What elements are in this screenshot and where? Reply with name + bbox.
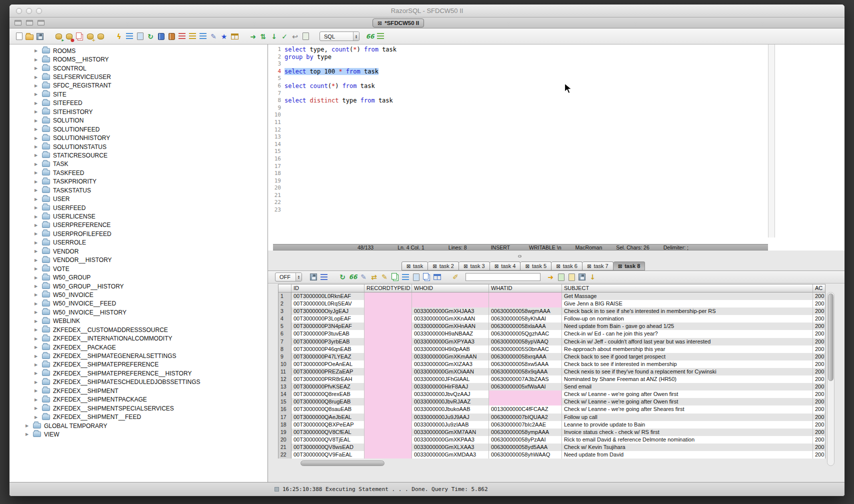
column-header-rownum[interactable] (278, 284, 292, 292)
disclosure-triangle-icon[interactable]: ▶ (34, 232, 39, 236)
column-header-WHATID[interactable]: WHATID (489, 284, 562, 292)
cell-activitydate[interactable]: 200 (813, 315, 826, 322)
sidebar-item-solutionhistory[interactable]: ▶SOLUTIONHISTORY (10, 134, 268, 142)
disclosure-triangle-icon[interactable]: ▶ (34, 398, 39, 402)
cell-subject[interactable]: Follow-up on nomination (562, 315, 813, 322)
disclosure-triangle-icon[interactable]: ▶ (34, 302, 39, 306)
cell-activitydate[interactable]: 200 (813, 338, 826, 346)
sidebar-item-staticresource[interactable]: ▶STATICRESOURCE (10, 151, 268, 160)
cell-whatid[interactable]: 00630000005S0bnAAC (489, 346, 562, 353)
update-row-icon[interactable]: ✎ (380, 272, 389, 282)
sidebar-item-vote[interactable]: ▶VOTE (10, 264, 268, 273)
sidebar-item-vendor-history[interactable]: ▶VENDOR__HISTORY (10, 256, 268, 264)
disclosure-triangle-icon[interactable]: ▶ (34, 214, 39, 219)
sidebar-item-selfserviceuser[interactable]: ▶SELFSERVICEUSER (10, 72, 268, 81)
rollback-undo-icon[interactable]: ↩ (290, 32, 300, 41)
sql-code[interactable]: select type, count(*) from taskgroup by … (281, 44, 396, 240)
close-tab-icon[interactable]: ⊠ (618, 264, 622, 269)
cell-whatid[interactable]: 006300000058xlaAAA (489, 322, 562, 330)
convert-quotes-icon[interactable]: 66 (366, 32, 374, 41)
fetch-more-icon[interactable]: ↓ (588, 272, 597, 282)
sidebar-item-zkfedex-package[interactable]: ▶ZKFEDEX__PACKAGE (10, 343, 268, 352)
cell-subject[interactable]: Check w/ Leanne - we're going after Owen… (562, 390, 813, 398)
cell-recordtypeid[interactable] (364, 406, 412, 413)
cell-whoid[interactable]: 0033000000GmXHJAA3 (412, 308, 489, 315)
sidebar-item-userrole[interactable]: ▶USERROLE (10, 238, 268, 247)
table-row[interactable]: 600T3000000P3tuvEAB0033000000H9aNBAAZ006… (278, 330, 825, 338)
cell-subject[interactable]: Check-in w/ Ed - can he join this year? (562, 330, 813, 338)
row-number[interactable]: 22 (278, 451, 292, 458)
disclosure-triangle-icon[interactable]: ▶ (34, 223, 39, 228)
cell-activitydate[interactable]: 200 (813, 421, 826, 428)
sidebar-item-userprofilefeed[interactable]: ▶USERPROFILEFEED (10, 230, 268, 238)
cell-whatid[interactable]: 006300000058x9qAAA (489, 368, 562, 376)
disclosure-triangle-icon[interactable]: ▶ (34, 258, 39, 262)
scrollbar-thumb[interactable] (300, 460, 384, 466)
sidebar-item-zkfedex-shipmatepreference[interactable]: ▶ZKFEDEX__SHIPMATEPREFERENCE (10, 360, 268, 369)
favorites-star-icon[interactable]: ★ (220, 32, 228, 41)
results-tab-task-8[interactable]: ⊠task 8 (614, 262, 646, 270)
cell-subject[interactable]: Check back to see if interested in membe… (562, 360, 813, 368)
save-file-icon[interactable] (36, 32, 44, 41)
cell-whoid[interactable]: 0033000000JbvQzAAJ (412, 390, 489, 398)
sidebar-item-w50-group[interactable]: ▶W50_GROUP (10, 273, 268, 282)
disclosure-triangle-icon[interactable]: ▶ (34, 380, 39, 384)
insert-row-icon[interactable]: ⇄ (370, 272, 378, 282)
filter-sort-icon[interactable] (320, 272, 328, 282)
row-number[interactable]: 9 (278, 353, 292, 360)
disclosure-triangle-icon[interactable]: ▶ (34, 66, 39, 70)
cell-whatid[interactable]: 006300000058yKhAAI (489, 315, 562, 322)
results-tab-task-3[interactable]: ⊠task 3 (459, 262, 490, 270)
window-icon[interactable] (26, 20, 33, 26)
cell-whatid[interactable]: 006300000058xw5AAA (489, 360, 562, 368)
cell-subject[interactable]: Send email (562, 383, 813, 390)
table-row[interactable]: 700T3000000P3yrbEAB0033000000GmXPYAA3006… (278, 338, 825, 346)
cell-whoid[interactable]: 0033000000HirF8AAJ (412, 383, 489, 390)
disclosure-triangle-icon[interactable]: ▶ (34, 371, 39, 376)
disclosure-triangle-icon[interactable]: ▶ (34, 206, 39, 210)
cell-id[interactable]: 00T3000000P3tuvEAB (292, 330, 364, 338)
sidebar-item-userpreference[interactable]: ▶USERPREFERENCE (10, 221, 268, 230)
cell-recordtypeid[interactable] (364, 338, 412, 346)
row-number[interactable]: 21 (278, 444, 292, 451)
cell-recordtypeid[interactable] (364, 436, 412, 444)
cell-recordtypeid[interactable] (364, 383, 412, 390)
cell-activitydate[interactable]: 200 (813, 406, 826, 413)
cell-activitydate[interactable]: 200 (813, 376, 826, 383)
close-tab-icon[interactable]: ⊠ (494, 264, 498, 269)
table-row[interactable]: 1800T3000000QBXPeEAP0033000000Ju9zIAAB00… (278, 421, 825, 428)
sidebar-item-zkfedex-shipmentspecialservices[interactable]: ▶ZKFEDEX__SHIPMENTSPECIALSERVICES (10, 404, 268, 412)
sql-history-book-icon[interactable] (156, 32, 166, 41)
cell-activitydate[interactable]: 200 (813, 383, 826, 390)
cell-activitydate[interactable]: 200 (813, 308, 826, 315)
close-window-icon[interactable] (16, 8, 22, 14)
cell-id[interactable]: 00T3000000QV8wsEAD (292, 444, 364, 451)
disclosure-triangle-icon[interactable]: ▶ (34, 162, 39, 166)
cell-whoid[interactable]: 0033000000GmXKmAAN (412, 353, 489, 360)
title-bar[interactable]: RazorSQL - SFDCW50 II (10, 4, 844, 18)
disclosure-triangle-icon[interactable]: ▶ (34, 118, 39, 123)
cell-subject[interactable]: Follow up call (562, 414, 813, 421)
row-number[interactable]: 15 (278, 398, 292, 406)
cell-subject[interactable]: Re-approach about membership this year (562, 346, 813, 353)
sidebar-item-vendor[interactable]: ▶VENDOR (10, 247, 268, 256)
row-number[interactable]: 5 (278, 322, 292, 330)
sidebar-item-userlicense[interactable]: ▶USERLICENSE (10, 212, 268, 220)
cell-recordtypeid[interactable] (364, 308, 412, 315)
cell-whoid[interactable]: 0033000000GmXKnAAN (412, 315, 489, 322)
cell-recordtypeid[interactable] (364, 353, 412, 360)
view-eyeglasses-icon[interactable]: 66 (348, 272, 358, 282)
pane-splitter[interactable] (268, 250, 844, 262)
cell-whoid[interactable]: 0033000000H9i0pAAB (412, 346, 489, 353)
cell-whoid[interactable] (412, 292, 489, 300)
cell-subject[interactable]: Check nexis to see if they've found a re… (562, 368, 813, 376)
disclosure-triangle-icon[interactable]: ▶ (34, 170, 39, 175)
cell-subject[interactable]: Check w/ Kevin Tsujihara (562, 444, 813, 451)
select-statement-icon[interactable] (125, 32, 134, 41)
close-tab-icon[interactable]: ⊠ (556, 264, 560, 269)
fetch-down-icon[interactable]: ↓ (270, 32, 278, 41)
cell-whatid[interactable]: 006300000058wgmAAA (489, 308, 562, 315)
cell-whoid[interactable]: 0033000000GmXM7AAN (412, 428, 489, 436)
sidebar-item-userfeed[interactable]: ▶USERFEED (10, 204, 268, 212)
cell-activitydate[interactable]: 200 (813, 346, 826, 353)
